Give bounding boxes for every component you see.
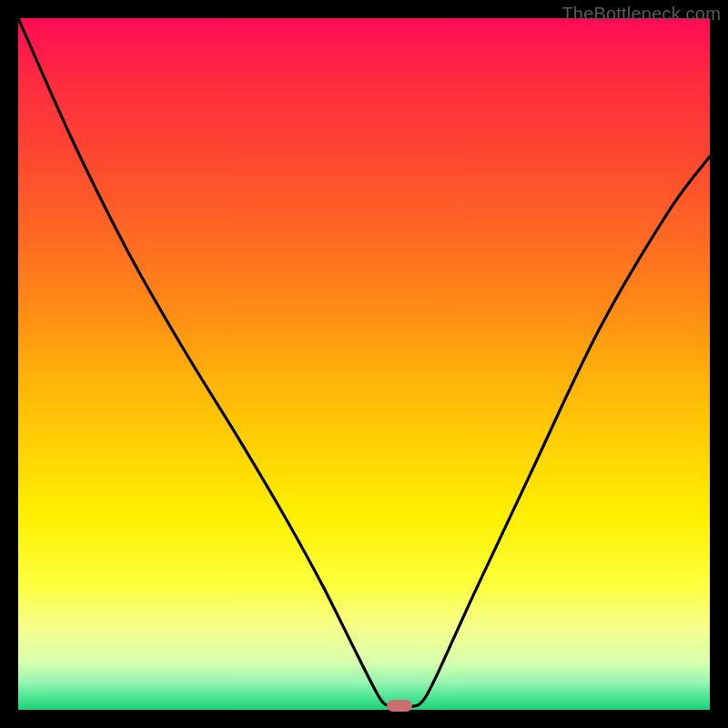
chart-container: TheBottleneck.com [0, 0, 728, 728]
watermark-text: TheBottleneck.com [561, 4, 721, 25]
plot-area [18, 18, 710, 710]
optimal-point-marker [387, 700, 412, 712]
bottleneck-curve [18, 18, 710, 710]
